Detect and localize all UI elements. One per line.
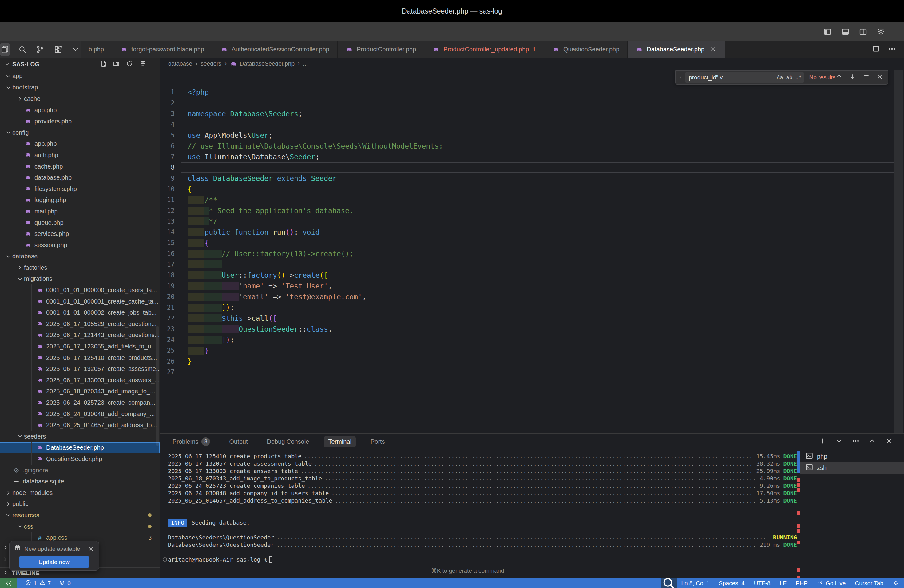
maximize-panel-icon[interactable] [868,437,876,446]
close-icon[interactable] [87,545,95,553]
file-2025_06_24_030048_add_company_...[interactable]: 2025_06_24_030048_add_company_... [0,408,160,420]
folder-config[interactable]: config [0,127,160,138]
file-logging.php[interactable]: logging.php [0,194,160,206]
search-status-icon[interactable] [661,579,677,588]
terminal-instance-zsh[interactable]: zsh [800,462,904,474]
status-lf[interactable]: LF [780,580,787,587]
code-line-5[interactable]: 5use App\Models\User; [160,130,904,141]
panel-tab-output[interactable]: Output [225,436,252,447]
folder-resources[interactable]: resources [0,510,160,521]
file-queue.php[interactable]: queue.php [0,217,160,229]
folder-bootstrap[interactable]: bootstrap [0,82,160,93]
file-2025_06_17_121443_create_questions...[interactable]: 2025_06_17_121443_create_questions... [0,330,160,341]
tab-DatabaseSeeder.php[interactable]: DatabaseSeeder.php [627,41,725,57]
folder-migrations[interactable]: migrations [0,273,160,285]
file-2025_06_18_070343_add_image_to_...[interactable]: 2025_06_18_070343_add_image_to_... [0,386,160,397]
file-filesystems.php[interactable]: filesystems.php [0,183,160,194]
close-panel-icon[interactable] [885,437,893,446]
file-2025_06_17_125410_create_products...[interactable]: 2025_06_17_125410_create_products... [0,352,160,364]
panel-tab-ports[interactable]: Ports [366,436,389,447]
file-providers.php[interactable]: providers.php [0,115,160,127]
file-cache.php[interactable]: cache.php [0,161,160,172]
code-line-18[interactable]: 18 User::factory()->create([ [160,270,904,280]
go-live-button[interactable]: Go Live [817,579,846,587]
whole-word-toggle[interactable]: ab [786,74,792,81]
folder-cache[interactable]: cache [0,93,160,104]
file-0001_01_01_000002_create_jobs_tab...[interactable]: 0001_01_01_000002_create_jobs_tab... [0,307,160,318]
folder-seeders[interactable]: seeders [0,431,160,442]
find-input[interactable]: product_id" v Aa ab .* [685,72,804,83]
file-.gitignore[interactable]: .gitignore [0,465,160,476]
code-lines[interactable]: 1<?php23namespace Database\Seeders;45use… [160,87,904,377]
tab-ProductController.php[interactable]: ProductController.php [338,41,424,57]
arrow-up-icon[interactable] [835,73,843,82]
code-line-22[interactable]: 22 $this->call([ [160,313,904,324]
code-line-11[interactable]: 11 /** [160,194,904,205]
file-2025_06_17_123055_add_fields_to_u...[interactable]: 2025_06_17_123055_add_fields_to_u... [0,341,160,352]
tab-QuestionSeeder.php[interactable]: QuestionSeeder.php [544,41,627,57]
settings-gear-icon[interactable] [876,27,886,37]
panel-more-icon[interactable] [852,437,860,446]
panel-tab-problems[interactable]: Problems8 [168,435,214,448]
file-session.php[interactable]: session.php [0,240,160,251]
breadcrumb-item[interactable]: DatabaseSeeder.php [240,60,295,67]
file-2025_06_17_132057_create_assessme...[interactable]: 2025_06_17_132057_create_assessme... [0,363,160,375]
folder-css[interactable]: css [0,521,160,532]
code-line-1[interactable]: 1<?php [160,87,904,98]
regex-toggle[interactable]: .* [795,74,801,81]
file-app.php[interactable]: app.php [0,138,160,150]
folder-public[interactable]: public [0,498,160,510]
toggle-secondary-sidebar-icon[interactable] [858,27,868,37]
code-line-25[interactable]: 25 } [160,345,904,356]
terminal-prompt-line[interactable]: aritach@MacBook-Air sas-log % [168,556,797,563]
code-line-8[interactable]: 8 [160,162,904,173]
titlebar[interactable]: DatabaseSeeder.php — sas-log [0,0,904,22]
editor-scrollbar[interactable] [894,70,903,433]
sidebar-scrollbar[interactable] [156,326,159,446]
file-2025_06_17_105529_create_question...[interactable]: 2025_06_17_105529_create_question... [0,318,160,330]
file-auth.php[interactable]: auth.php [0,149,160,161]
code-line-23[interactable]: 23 QuestionSeeder::class, [160,324,904,334]
file-services.php[interactable]: services.php [0,228,160,240]
close-icon[interactable] [876,73,883,82]
more-actions-icon[interactable] [888,45,896,54]
code-line-2[interactable]: 2 [160,98,904,108]
code-line-7[interactable]: 7use Illuminate\Database\Seeder; [160,151,904,162]
file-2025_06_24_025723_create_compan...[interactable]: 2025_06_24_025723_create_compan... [0,397,160,408]
tab-b.php[interactable]: b.php [81,41,112,57]
code-line-13[interactable]: 13 */ [160,216,904,227]
code-line-4[interactable]: 4 [160,119,904,130]
panel-tab-debug-console[interactable]: Debug Console [262,436,314,447]
file-0001_01_01_000001_create_cache_ta...[interactable]: 0001_01_01_000001_create_cache_ta... [0,296,160,307]
folder-factories[interactable]: factories [0,262,160,273]
close-icon[interactable] [710,46,717,53]
file-QuestionSeeder.php[interactable]: QuestionSeeder.php [0,453,160,465]
code-line-15[interactable]: 15 { [160,237,904,248]
code-line-16[interactable]: 16 // User::factory(10)->create(); [160,248,904,259]
code-line-10[interactable]: 10{ [160,183,904,194]
status-ln-8-col-1[interactable]: Ln 8, Col 1 [681,580,710,587]
terminal-instance-php[interactable]: php [800,451,904,462]
code-line-3[interactable]: 3namespace Database\Seeders; [160,108,904,119]
tab-forgot-password.blade.php[interactable]: forgot-password.blade.php [112,41,212,57]
code-line-9[interactable]: 9class DatabaseSeeder extends Seeder [160,173,904,183]
file-2025_06_25_014657_add_address_to...[interactable]: 2025_06_25_014657_add_address_to... [0,419,160,431]
folder-node_modules[interactable]: node_modules [0,487,160,498]
new-file-icon[interactable] [100,60,107,69]
code-line-12[interactable]: 12 * Seed the application's database. [160,205,904,216]
remote-indicator[interactable] [0,579,17,588]
folder-database[interactable]: database [0,251,160,262]
new-folder-icon[interactable] [113,60,120,69]
code-line-17[interactable]: 17 [160,259,904,270]
code-line-6[interactable]: 6// use Illuminate\Database\Console\Seed… [160,141,904,151]
activity-chevron-down-icon[interactable] [71,43,81,56]
file-database.php[interactable]: database.php [0,172,160,183]
cursor-tab-status[interactable]: Cursor Tab [855,580,883,587]
arrow-down-icon[interactable] [849,73,857,82]
split-editor-icon[interactable] [872,45,880,54]
breadcrumb-item[interactable]: ... [303,60,308,67]
status-spaces-4[interactable]: Spaces: 4 [719,580,745,587]
code-line-20[interactable]: 20 'email' => 'test@example.com', [160,291,904,302]
file-database.sqlite[interactable]: database.sqlite [0,476,160,487]
activity-extensions-icon[interactable] [53,43,63,56]
